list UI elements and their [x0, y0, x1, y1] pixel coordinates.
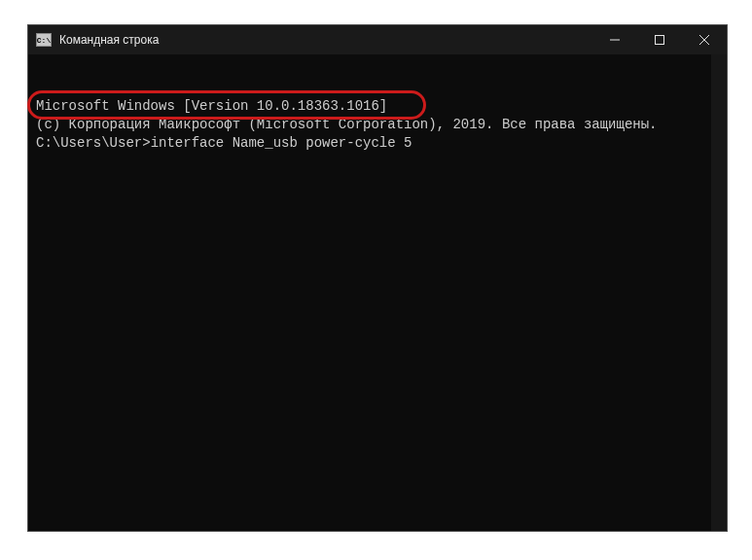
close-button[interactable]: [682, 25, 727, 54]
version-line: Microsoft Windows [Version 10.0.18363.10…: [36, 97, 719, 116]
cmd-icon-label: C:\: [37, 36, 51, 45]
cmd-icon: C:\: [36, 33, 52, 47]
prompt: C:\Users\User>: [36, 135, 151, 151]
window-title: Командная строка: [59, 33, 592, 47]
maximize-button[interactable]: [637, 25, 682, 54]
scrollbar[interactable]: [711, 54, 727, 531]
command-input[interactable]: interface Name_usb power-cycle 5: [151, 135, 412, 151]
minimize-icon: [610, 35, 620, 45]
minimize-button[interactable]: [592, 25, 637, 54]
terminal-output[interactable]: Microsoft Windows [Version 10.0.18363.10…: [28, 54, 727, 531]
close-icon: [699, 35, 709, 45]
window-controls: [592, 25, 727, 54]
svg-rect-1: [656, 36, 664, 45]
copyright-line: (c) Корпорация Майкрософт (Microsoft Cor…: [36, 116, 719, 134]
maximize-icon: [655, 35, 664, 45]
titlebar[interactable]: C:\ Командная строка: [28, 25, 727, 54]
command-prompt-window: C:\ Командная строка Microsoft: [27, 24, 728, 532]
